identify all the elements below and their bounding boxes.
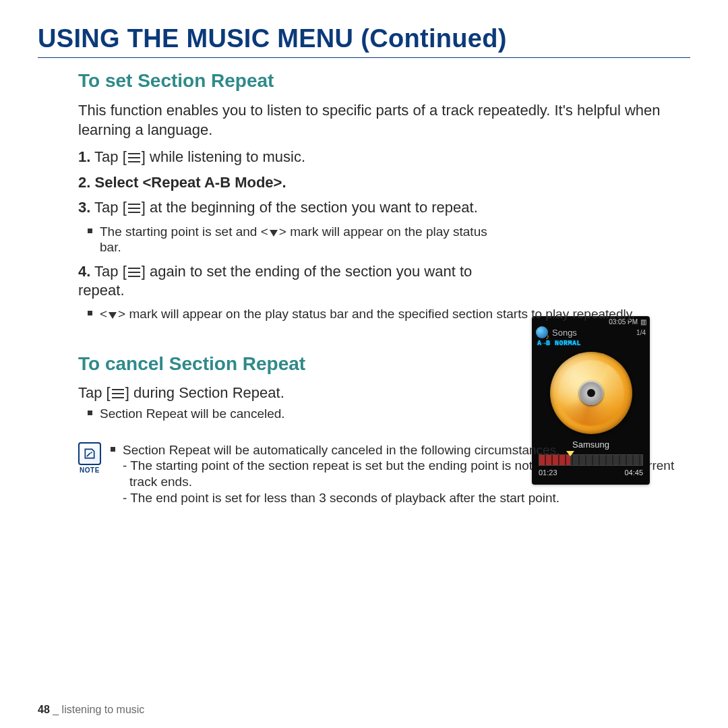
step-1: 1. Tap [] while listening to music. [78, 148, 510, 166]
step3-post: ] at the beginning of the section you wa… [142, 199, 478, 216]
album-disc [550, 352, 632, 434]
marker-down-icon [109, 312, 117, 319]
cancel-pre: Tap [ [78, 384, 111, 401]
footer-separator: _ [53, 704, 59, 715]
device-track-count: 1/4 [636, 329, 646, 336]
step-2: 2. Select <Repeat A-B Mode>. [78, 173, 510, 192]
menu-icon [112, 389, 124, 398]
note-lead: Section Repeat will be automatically can… [111, 442, 690, 458]
subheading-set-repeat: To set Section Repeat [78, 70, 690, 92]
music-app-icon [536, 326, 548, 338]
step3-pre: Tap [ [94, 199, 127, 216]
device-header-title: Songs [552, 328, 577, 338]
step1-pre: Tap [ [94, 148, 127, 165]
step-3: 3. Tap [] at the beginning of the sectio… [78, 198, 510, 217]
menu-icon [128, 153, 140, 162]
title-rule [38, 57, 690, 58]
step4-note-pre: < [100, 307, 107, 321]
step1-post: ] while listening to music. [142, 148, 305, 165]
menu-icon [128, 204, 140, 213]
device-time-elapsed: 01:23 [539, 468, 557, 477]
note-icon [78, 442, 101, 465]
step4-pre: Tap [ [94, 263, 127, 280]
step-3-note: The starting point is set and <> mark wi… [78, 224, 510, 256]
note-label: NOTE [78, 466, 101, 474]
page-title: USING THE MUSIC MENU (Continued) [38, 24, 690, 53]
marker-down-icon [270, 230, 278, 237]
menu-icon [128, 268, 140, 277]
cancel-post: ] during Section Repeat. [125, 384, 284, 401]
note-dash-2: - The end point is set for less than 3 s… [117, 490, 690, 506]
step-4: 4. Tap [] again to set the ending of the… [78, 262, 510, 299]
step4-note-post: > mark will appear on the play status ba… [118, 307, 635, 321]
page-footer: 48 _ listening to music [38, 704, 144, 716]
page-number: 48 [38, 704, 50, 715]
device-mode-text: A→B NORMAL [532, 340, 650, 348]
device-time-total: 04:45 [624, 468, 643, 477]
device-screenshot: 03:05 PM▥ Songs 1/4 A→B NORMAL Samsung [532, 316, 650, 485]
cancel-result: Section Repeat will be canceled. [78, 406, 659, 422]
intro-text: This function enables you to listen to s… [78, 101, 690, 140]
step2-text: Select <Repeat A-B Mode>. [94, 174, 286, 191]
step3-note-pre: The starting point is set and < [100, 224, 268, 239]
step-4-note: <> mark will appear on the play status b… [78, 306, 679, 322]
footer-section: listening to music [62, 704, 145, 715]
